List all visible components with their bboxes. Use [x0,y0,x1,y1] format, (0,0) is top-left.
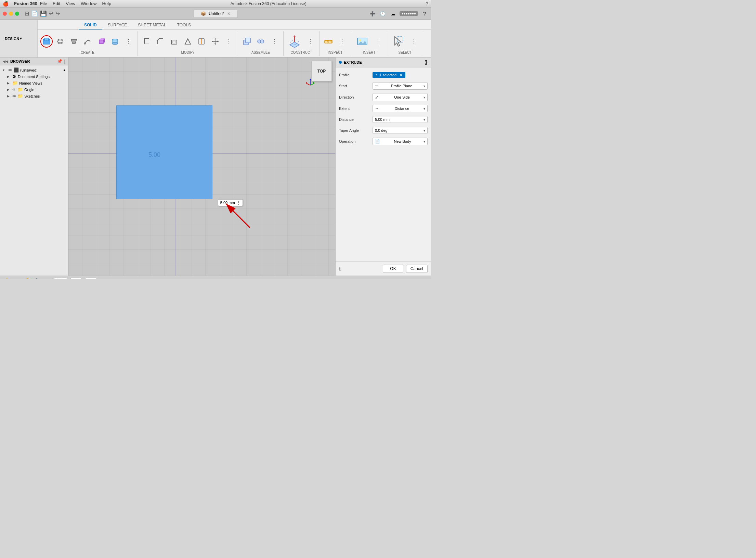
profile-selected-badge[interactable]: ↖ 1 selected ✕ [373,72,405,78]
info-icon[interactable]: ℹ [339,266,341,271]
cloud-btn[interactable]: ☁ [389,10,397,17]
browser-title: BROWSER [10,59,30,63]
expand-unsaved-icon[interactable]: ▾ [3,68,7,72]
grid-display-btn[interactable]: ⊞▾ [70,278,82,279]
more-assemble-btn[interactable]: ⋮ [268,35,281,48]
menu-edit[interactable]: Edit [53,1,60,6]
orbit-icon[interactable]: 🤚 [3,278,10,279]
revolve-btn[interactable] [54,35,66,48]
undo-btn[interactable]: ↩ [49,10,53,17]
sweep-btn[interactable] [81,35,94,48]
more-select-btn[interactable]: ⋮ [408,35,420,48]
panel-footer: ℹ OK Cancel [336,262,431,276]
tree-item-origin[interactable]: ▶ 👁 📁 Origin [0,86,68,93]
operation-dropdown[interactable]: 📄 New Body ▾ [373,138,428,145]
tab-solid[interactable]: SOLID [79,21,102,29]
operation-label: Operation [339,139,370,143]
toolbar-icons: ⊞ 📄 💾 ↩ ↪ [25,10,60,17]
sidebar-collapse-btn[interactable]: ◀◀ [3,60,8,63]
doc-icon: 📦 [201,11,206,16]
new-btn[interactable]: 📄 [31,10,38,17]
pan-icon[interactable]: 🖐 [24,278,31,279]
joint-btn[interactable] [255,35,267,48]
direction-dropdown[interactable]: ⤢ One Side ▾ [373,93,428,101]
viewport[interactable]: 5.00 5.00 mm ⋮ TOP [68,58,335,276]
expand-sketches-icon[interactable]: ▶ [7,94,11,98]
menu-help[interactable]: Help [102,1,111,6]
start-dropdown[interactable]: ⊣ Profile Plane ▾ [373,82,428,90]
display-mode-btn[interactable]: ⬛▾ [54,278,67,279]
save-btn[interactable]: 💾 [40,10,47,17]
maximize-light[interactable] [15,12,19,16]
menu-view[interactable]: View [66,1,75,6]
design-btn[interactable]: DESIGN ▾ [3,36,24,41]
shell-btn[interactable] [168,35,180,48]
move-btn[interactable] [209,35,221,48]
tab-sheet-metal[interactable]: SHEET METAL [132,21,171,29]
dim-expand-btn[interactable]: ⋮ [236,200,240,205]
folder-icon: 📁 [12,80,18,86]
history-btn[interactable]: 🕐 [379,10,387,17]
view-options-btn[interactable]: ▦▾ [85,278,97,279]
loft-btn[interactable] [68,35,80,48]
distance-input[interactable]: 5.00 mm ▾ [373,116,428,123]
extrude-icon [42,37,51,46]
redo-btn[interactable]: ↪ [55,10,60,17]
cancel-button[interactable]: Cancel [406,265,428,273]
tab-surface[interactable]: SURFACE [102,21,133,29]
origin-folder-icon: 📁 [17,87,23,92]
more-create-btn[interactable]: ⋮ [122,35,135,48]
construct-plane-btn[interactable] [286,33,303,50]
apple-logo-icon[interactable]: 🍎 [3,1,9,7]
expand-doc-icon[interactable]: ▶ [7,75,11,78]
svg-rect-30 [325,40,332,43]
svg-point-4 [57,40,63,43]
expand-origin-icon[interactable]: ▶ [7,88,11,91]
design-section: DESIGN ▾ [0,20,38,57]
document-tab[interactable]: 📦 Untitled* ✕ [194,10,237,18]
more-modify-btn[interactable]: ⋮ [223,35,235,48]
zoom-in-icon[interactable]: 🔍 [34,278,41,279]
select-btn[interactable] [390,33,406,50]
view-cube[interactable]: TOP [304,61,332,88]
close-light[interactable] [3,12,7,16]
ok-button[interactable]: OK [383,265,403,273]
extrude-btn[interactable] [40,35,53,48]
tab-tools[interactable]: TOOLS [172,21,196,29]
more-inspect-btn[interactable]: ⋮ [336,35,348,48]
dimension-input-label[interactable]: 5.00 mm ⋮ [218,199,243,206]
cylinder-btn[interactable] [109,35,121,48]
tree-item-unsaved[interactable]: ▾ 👁 ⬛ (Unsaved) ● [0,67,68,73]
menu-file[interactable]: File [40,1,47,6]
panel-expand-btn[interactable]: ⟫ [425,60,428,65]
add-tab-btn[interactable]: ➕ [369,10,376,17]
draft-btn[interactable] [182,35,194,48]
extent-dropdown[interactable]: ↔ Distance ▾ [373,105,428,112]
tree-item-sketches[interactable]: ▶ 👁 📁 Sketches [0,93,68,99]
tab-close-btn[interactable]: ✕ [227,11,231,16]
operation-field-icon: 📄 [375,139,380,144]
tree-item-doc-settings[interactable]: ▶ ⚙ Document Settings [0,73,68,80]
minimize-light[interactable] [9,12,13,16]
tree-item-named-views[interactable]: ▶ 📁 Named Views [0,80,68,86]
more-construct-btn[interactable]: ⋮ [304,35,316,48]
measure-btn[interactable] [322,35,335,48]
insert-image-btn[interactable] [354,33,370,50]
clear-profile-btn[interactable]: ✕ [399,73,403,77]
menu-window[interactable]: Window [81,1,96,6]
box-btn[interactable] [95,35,107,48]
camera-icon[interactable]: 📷 [14,278,21,279]
help-icon[interactable]: ? [426,1,428,7]
new-component-btn[interactable] [241,35,253,48]
expand-named-views-icon[interactable]: ▶ [7,81,11,85]
taper-angle-input[interactable]: 0.0 deg ▾ [373,127,428,134]
main-area: ◀◀ BROWSER 📌 | ▾ 👁 ⬛ (Unsaved) ● ▶ ⚙ Doc… [0,58,431,276]
more-insert-btn[interactable]: ⋮ [372,35,384,48]
sidebar-pin-btn[interactable]: 📌 [57,59,62,64]
split-face-btn[interactable] [195,35,208,48]
question-btn[interactable]: ? [421,10,428,17]
grid-icon[interactable]: ⊞ [25,10,29,17]
direction-value: ⤢ One Side ▾ [373,93,428,101]
chamfer-btn[interactable] [154,35,167,48]
fillet-btn[interactable] [141,35,153,48]
